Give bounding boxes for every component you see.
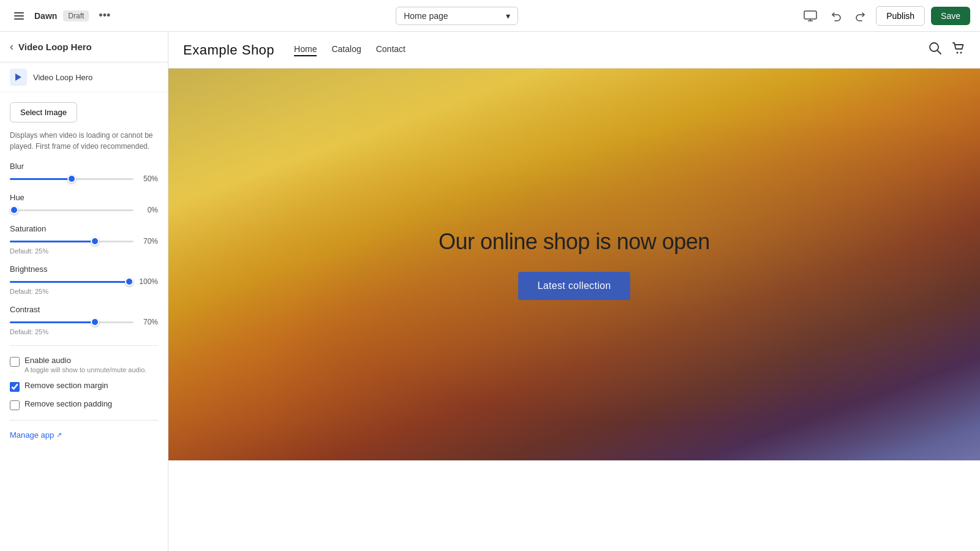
back-button[interactable]: ‹ — [10, 40, 13, 53]
remove-padding-checkbox[interactable] — [10, 400, 20, 410]
chevron-down-icon: ▾ — [506, 11, 510, 21]
section-icon — [10, 69, 27, 86]
brightness-label: Brightness — [10, 264, 158, 274]
enable-audio-group: Enable audio A toggle will show to unmut… — [10, 356, 158, 373]
blur-label: Blur — [10, 162, 158, 171]
preview-area: Example Shop Home Catalog Contact — [168, 32, 980, 551]
preview-frame: Example Shop Home Catalog Contact — [168, 32, 980, 551]
nav-catalog[interactable]: Catalog — [331, 44, 361, 56]
theme-name: Dawn — [34, 11, 57, 21]
shop-nav-left: Example Shop Home Catalog Contact — [183, 42, 405, 58]
search-icon[interactable] — [929, 42, 942, 58]
blur-slider-group: Blur 50% — [10, 162, 158, 183]
helper-text: Displays when video is loading or cannot… — [10, 130, 158, 152]
svg-line-8 — [938, 51, 941, 54]
enable-audio-checkbox[interactable] — [10, 357, 20, 367]
contrast-slider-group: Contrast 70% Default: 25% — [10, 305, 158, 335]
topbar-right: Publish Save — [800, 6, 970, 26]
saturation-slider-row: 70% — [10, 237, 158, 246]
svg-point-9 — [957, 52, 959, 54]
contrast-default: Default: 25% — [10, 328, 158, 335]
hero-cta-button[interactable]: Latest collection — [518, 272, 631, 300]
manage-app-link[interactable]: Manage app ↗ — [10, 430, 158, 440]
svg-rect-2 — [14, 18, 24, 20]
sidebar-content: Select Image Displays when video is load… — [0, 92, 168, 551]
publish-button[interactable]: Publish — [876, 6, 925, 26]
shop-nav-icons — [929, 42, 965, 58]
sidebar: ‹ Video Loop Hero Video Loop Hero Select… — [0, 32, 168, 551]
blur-value: 50% — [138, 174, 158, 183]
enable-audio-label: Enable audio — [24, 356, 146, 365]
main-layout: ‹ Video Loop Hero Video Loop Hero Select… — [0, 32, 980, 551]
hero-heading: Our online shop is now open — [439, 229, 710, 255]
nav-links: Home Catalog Contact — [294, 44, 405, 56]
contrast-slider-row: 70% — [10, 318, 158, 326]
brightness-slider[interactable] — [10, 281, 134, 283]
sidebar-title: Video Loop Hero — [18, 42, 92, 52]
brightness-slider-row: 100% — [10, 277, 158, 286]
more-button[interactable]: ••• — [95, 7, 114, 24]
brightness-value: 100% — [138, 277, 158, 286]
svg-point-10 — [960, 52, 962, 54]
select-image-button[interactable]: Select Image — [10, 102, 77, 122]
svg-rect-1 — [14, 15, 24, 17]
hero-section: Our online shop is now open Latest colle… — [168, 69, 980, 460]
saturation-value: 70% — [138, 237, 158, 246]
hue-label: Hue — [10, 193, 158, 202]
contrast-label: Contrast — [10, 305, 158, 314]
divider-2 — [10, 420, 158, 421]
saturation-slider-group: Saturation 70% Default: 25% — [10, 224, 158, 255]
svg-rect-3 — [804, 11, 816, 19]
page-select-label: Home page — [404, 11, 448, 21]
blur-slider[interactable] — [10, 178, 134, 180]
remove-margin-group: Remove section margin — [10, 381, 158, 392]
contrast-value: 70% — [138, 318, 158, 326]
nav-contact[interactable]: Contact — [376, 44, 405, 56]
external-link-icon: ↗ — [56, 431, 62, 439]
topbar-left: Dawn Draft ••• — [10, 7, 114, 25]
hue-slider[interactable] — [10, 209, 134, 211]
brightness-slider-group: Brightness 100% Default: 25% — [10, 264, 158, 295]
saturation-label: Saturation — [10, 224, 158, 233]
divider-1 — [10, 345, 158, 346]
cart-icon[interactable] — [952, 42, 965, 58]
sidebar-toggle-button[interactable] — [10, 7, 28, 25]
desktop-view-button[interactable] — [800, 7, 821, 25]
topbar: Dawn Draft ••• Home page ▾ — [0, 0, 980, 32]
brightness-default: Default: 25% — [10, 288, 158, 295]
hue-slider-group: Hue 0% — [10, 193, 158, 214]
draft-badge: Draft — [63, 10, 89, 21]
page-select[interactable]: Home page ▾ — [396, 7, 518, 25]
remove-margin-checkbox[interactable] — [10, 382, 20, 392]
contrast-slider[interactable] — [10, 321, 134, 323]
section-item-label: Video Loop Hero — [33, 73, 92, 82]
save-button[interactable]: Save — [931, 7, 970, 25]
shop-nav: Example Shop Home Catalog Contact — [168, 32, 980, 69]
sidebar-section-item[interactable]: Video Loop Hero — [0, 62, 168, 92]
shop-logo: Example Shop — [183, 42, 274, 58]
remove-margin-label: Remove section margin — [24, 381, 108, 390]
undo-button[interactable] — [827, 7, 845, 25]
svg-marker-6 — [15, 73, 21, 81]
redo-button[interactable] — [851, 7, 870, 25]
remove-padding-label: Remove section padding — [24, 399, 112, 408]
hue-slider-row: 0% — [10, 206, 158, 214]
enable-audio-text: Enable audio A toggle will show to unmut… — [24, 356, 146, 373]
hue-value: 0% — [138, 206, 158, 214]
saturation-default: Default: 25% — [10, 247, 158, 255]
topbar-center: Home page ▾ — [396, 7, 518, 25]
manage-app-label: Manage app — [10, 430, 54, 440]
sidebar-header: ‹ Video Loop Hero — [0, 32, 168, 62]
nav-home[interactable]: Home — [294, 44, 317, 56]
remove-padding-group: Remove section padding — [10, 399, 158, 410]
svg-rect-0 — [14, 12, 24, 13]
saturation-slider[interactable] — [10, 241, 134, 242]
blur-slider-row: 50% — [10, 174, 158, 183]
enable-audio-helper: A toggle will show to unmute/mute audio. — [24, 366, 146, 373]
